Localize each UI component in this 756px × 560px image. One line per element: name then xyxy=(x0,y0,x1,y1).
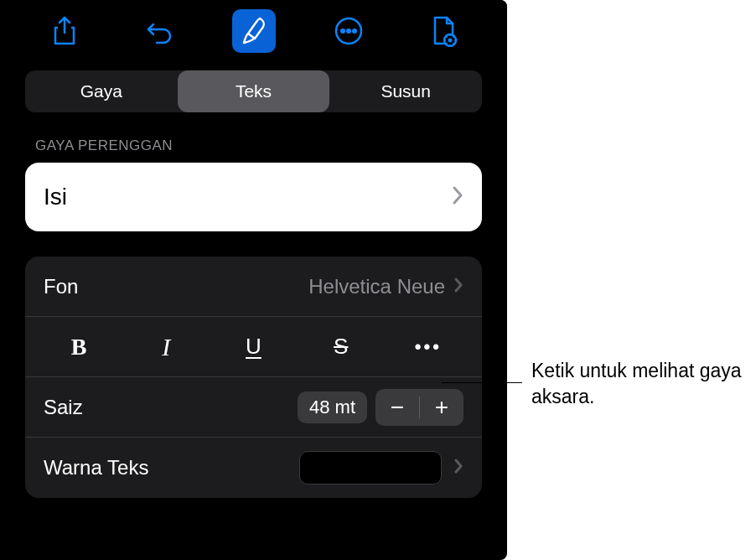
document-icon xyxy=(429,15,458,47)
format-tabs: Gaya Teks Susun xyxy=(25,70,482,112)
more-button[interactable] xyxy=(327,9,370,53)
panel-content: Gaya Teks Susun GAYA PERENGGAN Isi Fon H… xyxy=(0,62,507,498)
font-row[interactable]: Fon Helvetica Neue xyxy=(25,257,482,317)
italic-button[interactable]: I xyxy=(122,327,210,367)
chevron-right-icon xyxy=(453,277,463,297)
font-label: Fon xyxy=(44,275,308,298)
top-toolbar xyxy=(0,0,507,62)
share-icon xyxy=(52,16,77,46)
size-controls: 48 mt − + xyxy=(298,389,463,426)
chevron-right-icon xyxy=(453,458,463,478)
callout-text: Ketik untuk melihat gaya aksara. xyxy=(531,358,749,410)
undo-icon xyxy=(145,17,173,45)
size-row: Saiz 48 mt − + xyxy=(25,377,482,438)
svg-point-2 xyxy=(347,29,350,33)
tab-style[interactable]: Gaya xyxy=(25,70,178,112)
size-stepper: − + xyxy=(375,389,463,426)
size-value[interactable]: 48 mt xyxy=(298,391,367,423)
svg-point-1 xyxy=(341,29,344,33)
svg-point-3 xyxy=(353,29,356,33)
format-brush-button[interactable] xyxy=(232,9,276,53)
undo-button[interactable] xyxy=(137,9,181,53)
tab-arrange[interactable]: Susun xyxy=(329,70,482,112)
format-panel: Gaya Teks Susun GAYA PERENGGAN Isi Fon H… xyxy=(0,0,507,560)
paragraph-style-label: GAYA PERENGGAN xyxy=(35,137,482,154)
text-color-row[interactable]: Warna Teks xyxy=(25,438,482,498)
text-color-swatch[interactable] xyxy=(299,451,442,485)
text-settings-panel: Fon Helvetica Neue B I U S ••• Saiz 48 m… xyxy=(25,257,482,498)
font-value: Helvetica Neue xyxy=(308,275,445,298)
more-text-options-button[interactable]: ••• xyxy=(385,327,472,367)
more-icon xyxy=(334,16,364,46)
size-increase-button[interactable]: + xyxy=(420,389,463,426)
callout-leader-line xyxy=(442,382,522,383)
svg-point-5 xyxy=(448,39,452,43)
paragraph-style-value: Isi xyxy=(44,184,67,210)
paragraph-style-picker[interactable]: Isi xyxy=(25,163,482,231)
size-decrease-button[interactable]: − xyxy=(375,389,419,426)
text-style-buttons: B I U S ••• xyxy=(25,317,482,377)
document-settings-button[interactable] xyxy=(422,9,465,53)
text-color-label: Warna Teks xyxy=(44,456,299,480)
share-button[interactable] xyxy=(43,9,86,53)
tab-text[interactable]: Teks xyxy=(178,70,330,112)
underline-button[interactable]: U xyxy=(210,327,297,367)
strikethrough-button[interactable]: S xyxy=(298,327,385,367)
chevron-right-icon xyxy=(452,185,463,209)
format-brush-icon xyxy=(238,15,270,47)
size-label: Saiz xyxy=(44,396,298,419)
bold-button[interactable]: B xyxy=(35,327,122,367)
